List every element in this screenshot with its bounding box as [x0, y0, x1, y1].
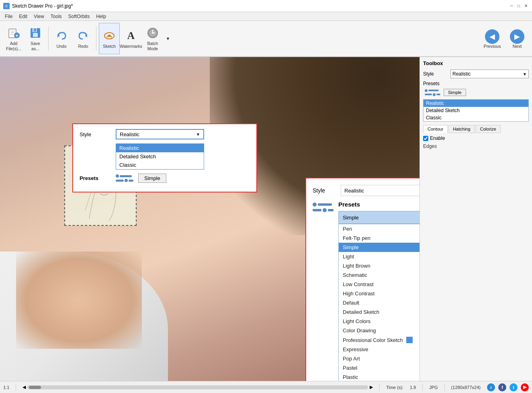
status-facebook-icon[interactable]: f — [498, 383, 506, 391]
title-bar: S Sketch Drawer Pro - girl.jpg* ─ □ ✕ — [0, 0, 532, 12]
preset-item-expressive[interactable]: Expressive — [339, 345, 419, 354]
preset-item-default[interactable]: Default — [339, 298, 419, 307]
small-popup-item-detailed[interactable]: Detailed Sketch — [116, 152, 204, 161]
toolbox-style-value: Realistic — [452, 71, 471, 77]
preset-item-light-brown[interactable]: Light Brown — [339, 261, 419, 270]
toolbox-panel: Toolbox Style Realistic ▼ Presets — [419, 57, 532, 381]
toolbox-presets-row: Presets — [423, 81, 529, 86]
previous-button[interactable]: ◀ Previous — [481, 24, 504, 54]
status-bar: 1:1 ◀ ▶ Time (s): 1.9 JPG (1280x877x24) … — [0, 381, 532, 393]
preset-item-low-contrast[interactable]: Low Contrast — [339, 280, 419, 289]
menu-file[interactable]: File — [2, 13, 16, 20]
toolbox-simple-preset-button[interactable]: Simple — [444, 89, 466, 96]
preset-item-pastel[interactable]: Pastel — [339, 363, 419, 373]
toolbox-presets-icon-row: Simple — [423, 89, 529, 96]
undo-label: Undo — [56, 44, 66, 49]
small-popup-simple-button[interactable]: Simple — [138, 174, 166, 183]
preset-professional-label: Professional Color Sketch — [343, 337, 403, 343]
large-popup-preset-selected[interactable]: Simple ∨ — [338, 211, 419, 224]
next-button[interactable]: ▶ Next — [505, 24, 529, 54]
svg-rect-1 — [10, 31, 14, 31]
status-sep-1 — [16, 384, 16, 391]
toolbox-style-row: Style Realistic ▼ — [423, 70, 529, 78]
large-popup-style-dropdown[interactable]: Realistic ▼ — [341, 185, 419, 196]
small-popup-item-realistic[interactable]: Realistic — [116, 144, 204, 152]
status-scrollbar[interactable] — [27, 385, 368, 389]
tab-colorize[interactable]: Colorize — [476, 125, 501, 133]
preset-professional-indicator — [406, 337, 413, 343]
toolbox-enable-row: Enable — [423, 135, 529, 141]
toolbar: + AddFile(s)... Saveas... Undo — [0, 21, 532, 57]
next-label: Next — [513, 44, 522, 49]
status-youtube-icon[interactable]: ▶ — [521, 383, 529, 391]
status-info-icon[interactable]: i — [487, 383, 495, 391]
svg-text:A: A — [127, 30, 135, 41]
status-dimensions: (1280x877x24) — [451, 385, 481, 390]
status-scrollbar-thumb — [29, 386, 41, 389]
preset-item-light[interactable]: Light — [339, 252, 419, 261]
close-button[interactable]: ✕ — [523, 3, 529, 9]
hand-layer — [16, 252, 142, 349]
preset-item-light-colors[interactable]: Light Colors — [339, 317, 419, 326]
main-area: Style Realistic ▼ Realistic Detailed Ske… — [0, 57, 532, 381]
more-button[interactable]: ▼ — [164, 23, 172, 54]
large-popup-preset-list: Pen Felt-Tip pen Simple Light Light Brow… — [338, 224, 419, 381]
app-icon: S — [3, 3, 10, 9]
status-scroll-right[interactable]: ▶ — [370, 385, 373, 390]
toolbox-style-item-classic[interactable]: Classic — [424, 114, 528, 121]
redo-label: Redo — [78, 44, 88, 49]
large-popup-presets-title: Presets — [338, 201, 419, 208]
preset-item-high-contrast[interactable]: High Contrast — [339, 289, 419, 298]
svg-point-13 — [108, 35, 110, 37]
sketch-button[interactable]: Sketch — [99, 23, 120, 54]
maximize-button[interactable]: □ — [516, 3, 522, 9]
svg-rect-2 — [10, 32, 14, 33]
previous-icon: ◀ — [485, 29, 499, 44]
status-sep-2 — [379, 384, 380, 391]
toolbox-style-item-detailed[interactable]: Detailed Sketch — [424, 107, 528, 114]
redo-button[interactable]: Redo — [73, 23, 94, 54]
large-popup-selected-text: Simple — [343, 215, 359, 221]
status-icons: i f t ▶ — [487, 383, 529, 391]
svg-rect-8 — [33, 33, 38, 37]
batch-mode-button[interactable]: BatchMode — [142, 23, 163, 54]
save-as-button[interactable]: Saveas... — [25, 23, 46, 54]
add-file-icon: + — [6, 26, 21, 40]
menu-view[interactable]: View — [31, 13, 47, 20]
preset-item-professional[interactable]: Professional Color Sketch — [339, 335, 419, 345]
status-scroll-left[interactable]: ◀ — [23, 385, 26, 390]
canvas-area[interactable]: Style Realistic ▼ Realistic Detailed Ske… — [0, 57, 419, 381]
toolbox-style-item-realistic[interactable]: Realistic — [424, 100, 528, 107]
preset-item-schematic[interactable]: Schematic — [339, 270, 419, 280]
watermarks-button[interactable]: A Watermarks — [121, 23, 141, 54]
toolbox-enable-checkbox[interactable] — [423, 136, 428, 141]
small-popup-item-classic[interactable]: Classic — [116, 161, 204, 169]
tab-hatching[interactable]: Hatching — [448, 125, 475, 133]
small-popup-style-dropdown[interactable]: Realistic ▼ — [116, 129, 204, 139]
preset-item-felt-tip[interactable]: Felt-Tip pen — [339, 233, 419, 243]
status-twitter-icon[interactable]: t — [509, 383, 518, 391]
window-controls[interactable]: ─ □ ✕ — [509, 3, 529, 9]
preset-item-detailed-sketch[interactable]: Detailed Sketch — [339, 307, 419, 317]
preset-item-pen[interactable]: Pen — [339, 224, 419, 233]
save-as-icon — [28, 26, 43, 40]
undo-button[interactable]: Undo — [51, 23, 72, 54]
minimize-button[interactable]: ─ — [509, 3, 514, 9]
svg-point-17 — [152, 32, 153, 34]
batch-mode-icon — [145, 26, 160, 40]
preset-item-plastic[interactable]: Plastic — [339, 373, 419, 381]
preset-item-color-drawing[interactable]: Color Drawing — [339, 326, 419, 335]
add-file-button[interactable]: + AddFile(s)... — [3, 23, 24, 54]
preset-item-simple[interactable]: Simple — [339, 243, 419, 252]
menu-edit[interactable]: Edit — [16, 13, 31, 20]
tab-contour[interactable]: Contour — [423, 125, 448, 133]
small-popup-style-value: Realistic — [120, 131, 139, 137]
menu-help[interactable]: Help — [93, 13, 109, 20]
status-sep-4 — [444, 384, 445, 391]
menu-tools[interactable]: Tools — [47, 13, 65, 20]
preset-item-pop-art[interactable]: Pop Art — [339, 354, 419, 363]
small-popup-style-row: Style Realistic ▼ — [80, 129, 250, 139]
toolbox-style-dropdown[interactable]: Realistic ▼ — [450, 70, 529, 78]
menu-softorbits[interactable]: SoftOrbits — [65, 13, 93, 20]
small-popup-preset-icon — [116, 174, 133, 182]
